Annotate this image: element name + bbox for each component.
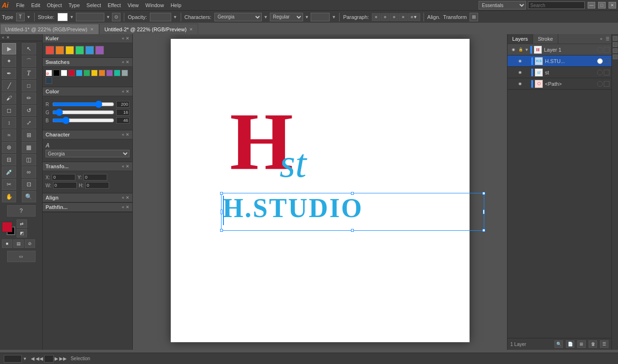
blue-value[interactable] <box>116 117 129 124</box>
align-center-btn[interactable]: ≡ <box>381 13 389 21</box>
kuler-swatch-4[interactable] <box>75 46 84 55</box>
kuler-swatch-5[interactable] <box>85 46 94 55</box>
zoom-arrow[interactable]: ▼ <box>23 356 27 361</box>
character-panel-header[interactable]: Character « ✕ <box>43 130 132 139</box>
font-style-selector[interactable]: Regular <box>270 13 303 21</box>
zoom-tool[interactable]: 🔍 <box>22 191 36 202</box>
swatch-red[interactable] <box>68 70 75 76</box>
fill-swatch[interactable] <box>2 222 12 232</box>
h-input[interactable] <box>85 182 109 189</box>
eyedropper-tool[interactable]: 💉 <box>2 166 16 178</box>
type-tool[interactable]: T <box>22 68 36 79</box>
mesh-tool[interactable]: ⊟ <box>2 154 16 165</box>
search-layers-btn[interactable]: 🔍 <box>554 340 563 348</box>
column-graph-tool[interactable]: ▦ <box>22 142 36 153</box>
rotate-tool[interactable]: ↺ <box>22 105 36 116</box>
menu-file[interactable]: File <box>13 1 28 9</box>
default-colors-btn[interactable]: ◩ <box>17 229 27 237</box>
hand-tool[interactable]: ✋ <box>2 191 16 202</box>
scale-tool[interactable]: ⤢ <box>22 117 36 128</box>
align-panel-header[interactable]: Align « ✕ <box>43 193 132 202</box>
menu-view[interactable]: View <box>125 1 142 9</box>
char-close-btn[interactable]: ✕ <box>126 132 129 137</box>
close-button[interactable]: ✕ <box>609 2 616 9</box>
char-collapse-btn[interactable]: « <box>122 132 124 137</box>
gradient-tool[interactable]: ◫ <box>22 154 36 165</box>
first-page-btn[interactable]: ◀◀ <box>36 356 43 361</box>
menu-edit[interactable]: Edit <box>28 1 43 9</box>
magic-wand-tool[interactable]: ✦ <box>2 55 16 67</box>
red-slider[interactable] <box>52 102 114 106</box>
align-right-btn[interactable]: ≡ <box>390 13 398 21</box>
swatch-blue[interactable] <box>76 70 83 76</box>
align-close-btn[interactable]: ✕ <box>126 195 129 200</box>
warp-tool[interactable]: ≈ <box>2 129 16 141</box>
symbol-sprayer-tool[interactable]: ⊛ <box>2 142 16 153</box>
search-input[interactable] <box>528 1 585 9</box>
swatch-cyan[interactable] <box>114 70 120 76</box>
artboard-tool[interactable]: ⊡ <box>22 179 36 190</box>
minimize-button[interactable]: — <box>588 2 595 9</box>
layers-tab[interactable]: Layers <box>507 34 533 44</box>
pathfinder-close-btn[interactable]: ✕ <box>126 205 129 209</box>
delete-layer-btn[interactable]: 🗑 <box>589 340 597 348</box>
w-input[interactable] <box>53 182 77 189</box>
st-select-sq[interactable] <box>604 70 609 75</box>
swatches-panel-header[interactable]: Swatches « ✕ <box>43 58 132 67</box>
st-visibility[interactable] <box>516 69 524 76</box>
font-selector[interactable]: Georgia <box>214 13 262 21</box>
swap-colors-btn[interactable]: ⇄ <box>17 219 27 228</box>
kuler-collapse-btn[interactable]: « <box>122 36 124 41</box>
kuler-swatch-2[interactable] <box>55 46 64 55</box>
solid-color-btn[interactable]: ■ <box>2 239 12 248</box>
char-font-select[interactable]: Georgia <box>46 150 129 157</box>
swatch-purple[interactable] <box>106 70 113 76</box>
screen-mode-btn[interactable]: ▭ <box>7 251 36 262</box>
type-option-btn[interactable]: T <box>16 13 25 21</box>
menu-window[interactable]: Window <box>143 1 167 9</box>
layer-1-row[interactable]: 🔒 ▼ H Layer 1 <box>507 44 611 55</box>
workspace-selector[interactable]: Essentials <box>479 1 526 9</box>
menu-select[interactable]: Select <box>83 1 104 9</box>
hstu-target-circle[interactable] <box>597 58 603 64</box>
rpc-expand-btn[interactable]: » <box>599 36 603 42</box>
eraser-tool[interactable]: ◻ <box>2 105 16 116</box>
align-left-btn[interactable]: ≡ <box>372 13 380 21</box>
y-input[interactable] <box>83 174 107 181</box>
transform-close-btn[interactable]: ✕ <box>126 164 129 169</box>
align-justify-btn[interactable]: ≡ <box>399 13 407 21</box>
color-close-btn[interactable]: ✕ <box>126 89 129 94</box>
tab-close-2[interactable]: ✕ <box>189 27 193 32</box>
transform-collapse-btn[interactable]: « <box>122 164 124 169</box>
swatch-white[interactable] <box>61 70 67 76</box>
swatches-collapse-btn[interactable]: « <box>122 60 124 64</box>
stroke-tab[interactable]: Stroke <box>533 34 558 44</box>
layer1-select-sq[interactable] <box>604 47 609 53</box>
line-tool[interactable]: ╱ <box>2 80 16 91</box>
pathfinder-collapse-btn[interactable]: « <box>122 205 124 209</box>
rsb-icon-4[interactable] <box>613 55 618 59</box>
free-transform-tool[interactable]: ⊞ <box>22 129 36 141</box>
layers-menu-btn[interactable]: ☰ <box>600 340 609 348</box>
help-tool[interactable]: ? <box>7 205 36 217</box>
blend-tool[interactable]: ∞ <box>22 166 36 178</box>
align-collapse-btn[interactable]: « <box>122 195 124 200</box>
layer1-target-circle[interactable] <box>597 47 603 53</box>
green-slider[interactable] <box>52 110 114 114</box>
add-layer-btn[interactable]: 📄 <box>566 340 574 348</box>
pen-tool[interactable]: ✒ <box>2 68 16 79</box>
stroke-value-input[interactable] <box>76 13 104 21</box>
st-target-circle[interactable] <box>597 70 603 75</box>
swatches-close-btn[interactable]: ✕ <box>126 60 129 64</box>
selection-tool[interactable]: ▶ <box>2 43 16 55</box>
maximize-button[interactable]: □ <box>598 2 606 9</box>
font-size-input[interactable]: 30 px <box>311 13 330 21</box>
paintbrush-tool[interactable]: 🖌 <box>2 92 16 104</box>
zoom-input[interactable]: 222% <box>4 355 22 363</box>
rsb-icon-1[interactable] <box>613 36 618 41</box>
toolbox-collapse-btn[interactable]: « <box>2 35 4 40</box>
layer-options-btn[interactable]: ⊞ <box>577 340 586 348</box>
red-value[interactable] <box>116 101 129 108</box>
color-panel-header[interactable]: Color « ✕ <box>43 87 132 96</box>
kuler-panel-header[interactable]: Kuler « ✕ <box>43 34 132 43</box>
